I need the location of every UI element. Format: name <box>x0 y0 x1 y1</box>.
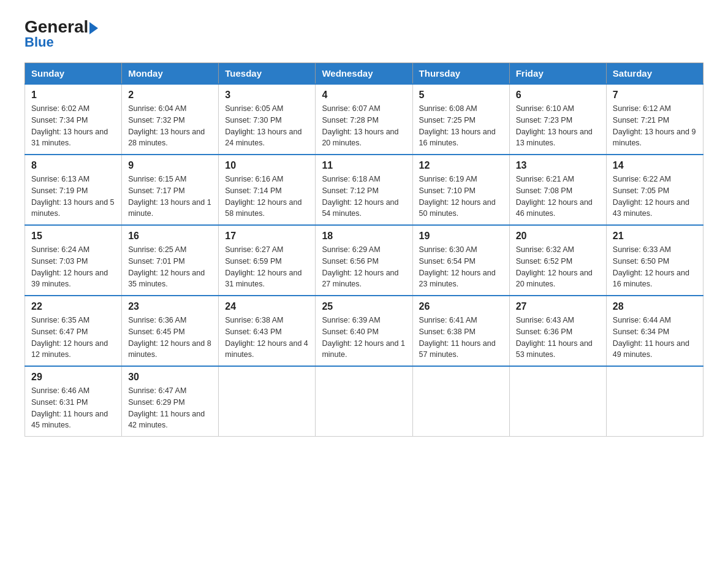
day-number: 10 <box>225 160 309 171</box>
week-row-4: 22Sunrise: 6:35 AMSunset: 6:47 PMDayligh… <box>25 296 703 366</box>
day-number: 3 <box>225 90 309 101</box>
day-cell: 29Sunrise: 6:46 AMSunset: 6:31 PMDayligh… <box>25 366 122 437</box>
day-cell <box>219 366 316 437</box>
day-cell: 26Sunrise: 6:41 AMSunset: 6:38 PMDayligh… <box>412 296 509 366</box>
day-info: Sunrise: 6:25 AMSunset: 7:01 PMDaylight:… <box>128 244 212 290</box>
day-number: 7 <box>613 90 697 101</box>
day-number: 4 <box>322 90 406 101</box>
day-cell: 9Sunrise: 6:15 AMSunset: 7:17 PMDaylight… <box>122 155 219 225</box>
day-info: Sunrise: 6:29 AMSunset: 6:56 PMDaylight:… <box>322 244 406 290</box>
day-info: Sunrise: 6:08 AMSunset: 7:25 PMDaylight:… <box>419 103 503 149</box>
day-cell: 19Sunrise: 6:30 AMSunset: 6:54 PMDayligh… <box>412 225 509 296</box>
day-info: Sunrise: 6:24 AMSunset: 7:03 PMDaylight:… <box>31 244 115 290</box>
day-number: 1 <box>31 90 115 101</box>
logo-area: General Blue <box>25 18 98 50</box>
day-info: Sunrise: 6:27 AMSunset: 6:59 PMDaylight:… <box>225 244 309 290</box>
day-number: 25 <box>322 301 406 312</box>
day-cell: 2Sunrise: 6:04 AMSunset: 7:32 PMDaylight… <box>122 84 219 155</box>
day-number: 23 <box>128 301 212 312</box>
day-info: Sunrise: 6:13 AMSunset: 7:19 PMDaylight:… <box>31 174 115 220</box>
week-row-1: 1Sunrise: 6:02 AMSunset: 7:34 PMDaylight… <box>25 84 703 155</box>
day-info: Sunrise: 6:30 AMSunset: 6:54 PMDaylight:… <box>419 244 503 290</box>
day-info: Sunrise: 6:32 AMSunset: 6:52 PMDaylight:… <box>516 244 600 290</box>
day-cell: 24Sunrise: 6:38 AMSunset: 6:43 PMDayligh… <box>219 296 316 366</box>
column-header-sunday: Sunday <box>25 63 122 85</box>
day-number: 30 <box>128 372 212 383</box>
day-cell <box>606 366 703 437</box>
day-number: 2 <box>128 90 212 101</box>
day-number: 17 <box>225 231 309 242</box>
logo-general: General <box>25 18 98 36</box>
column-header-wednesday: Wednesday <box>316 63 412 85</box>
day-info: Sunrise: 6:33 AMSunset: 6:50 PMDaylight:… <box>613 244 697 290</box>
day-info: Sunrise: 6:22 AMSunset: 7:05 PMDaylight:… <box>613 174 697 220</box>
week-row-5: 29Sunrise: 6:46 AMSunset: 6:31 PMDayligh… <box>25 366 703 437</box>
day-info: Sunrise: 6:04 AMSunset: 7:32 PMDaylight:… <box>128 103 212 149</box>
day-number: 6 <box>516 90 600 101</box>
day-info: Sunrise: 6:10 AMSunset: 7:23 PMDaylight:… <box>516 103 600 149</box>
column-header-monday: Monday <box>122 63 219 85</box>
day-number: 24 <box>225 301 309 312</box>
logo-arrow-icon <box>89 22 98 34</box>
day-cell: 6Sunrise: 6:10 AMSunset: 7:23 PMDaylight… <box>509 84 606 155</box>
day-number: 29 <box>31 372 115 383</box>
day-info: Sunrise: 6:44 AMSunset: 6:34 PMDaylight:… <box>613 315 697 361</box>
day-info: Sunrise: 6:36 AMSunset: 6:45 PMDaylight:… <box>128 315 212 361</box>
day-cell: 16Sunrise: 6:25 AMSunset: 7:01 PMDayligh… <box>122 225 219 296</box>
day-number: 26 <box>419 301 503 312</box>
day-cell: 17Sunrise: 6:27 AMSunset: 6:59 PMDayligh… <box>219 225 316 296</box>
day-cell: 4Sunrise: 6:07 AMSunset: 7:28 PMDaylight… <box>316 84 412 155</box>
day-info: Sunrise: 6:39 AMSunset: 6:40 PMDaylight:… <box>322 315 406 361</box>
day-cell: 10Sunrise: 6:16 AMSunset: 7:14 PMDayligh… <box>219 155 316 225</box>
day-info: Sunrise: 6:21 AMSunset: 7:08 PMDaylight:… <box>516 174 600 220</box>
day-cell: 15Sunrise: 6:24 AMSunset: 7:03 PMDayligh… <box>25 225 122 296</box>
day-number: 14 <box>613 160 697 171</box>
day-cell: 25Sunrise: 6:39 AMSunset: 6:40 PMDayligh… <box>316 296 412 366</box>
day-number: 20 <box>516 231 600 242</box>
day-cell: 21Sunrise: 6:33 AMSunset: 6:50 PMDayligh… <box>606 225 703 296</box>
day-number: 28 <box>613 301 697 312</box>
week-row-3: 15Sunrise: 6:24 AMSunset: 7:03 PMDayligh… <box>25 225 703 296</box>
day-cell: 28Sunrise: 6:44 AMSunset: 6:34 PMDayligh… <box>606 296 703 366</box>
day-info: Sunrise: 6:15 AMSunset: 7:17 PMDaylight:… <box>128 174 212 220</box>
logo-blue: Blue <box>25 34 54 50</box>
calendar-table: SundayMondayTuesdayWednesdayThursdayFrid… <box>25 63 703 437</box>
week-row-2: 8Sunrise: 6:13 AMSunset: 7:19 PMDaylight… <box>25 155 703 225</box>
day-cell: 20Sunrise: 6:32 AMSunset: 6:52 PMDayligh… <box>509 225 606 296</box>
column-header-saturday: Saturday <box>606 63 703 85</box>
calendar-header-row: SundayMondayTuesdayWednesdayThursdayFrid… <box>25 63 703 85</box>
day-cell: 12Sunrise: 6:19 AMSunset: 7:10 PMDayligh… <box>412 155 509 225</box>
day-cell <box>509 366 606 437</box>
day-number: 9 <box>128 160 212 171</box>
day-cell: 30Sunrise: 6:47 AMSunset: 6:29 PMDayligh… <box>122 366 219 437</box>
day-number: 18 <box>322 231 406 242</box>
day-number: 19 <box>419 231 503 242</box>
day-info: Sunrise: 6:47 AMSunset: 6:29 PMDaylight:… <box>128 385 212 431</box>
day-number: 13 <box>516 160 600 171</box>
day-number: 12 <box>419 160 503 171</box>
day-number: 15 <box>31 231 115 242</box>
day-info: Sunrise: 6:12 AMSunset: 7:21 PMDaylight:… <box>613 103 697 149</box>
day-cell: 1Sunrise: 6:02 AMSunset: 7:34 PMDaylight… <box>25 84 122 155</box>
day-info: Sunrise: 6:07 AMSunset: 7:28 PMDaylight:… <box>322 103 406 149</box>
day-cell: 27Sunrise: 6:43 AMSunset: 6:36 PMDayligh… <box>509 296 606 366</box>
column-header-tuesday: Tuesday <box>219 63 316 85</box>
day-cell <box>316 366 412 437</box>
day-cell: 7Sunrise: 6:12 AMSunset: 7:21 PMDaylight… <box>606 84 703 155</box>
day-number: 21 <box>613 231 697 242</box>
day-info: Sunrise: 6:43 AMSunset: 6:36 PMDaylight:… <box>516 315 600 361</box>
day-info: Sunrise: 6:35 AMSunset: 6:47 PMDaylight:… <box>31 315 115 361</box>
day-number: 5 <box>419 90 503 101</box>
day-number: 8 <box>31 160 115 171</box>
day-info: Sunrise: 6:46 AMSunset: 6:31 PMDaylight:… <box>31 385 115 431</box>
day-info: Sunrise: 6:19 AMSunset: 7:10 PMDaylight:… <box>419 174 503 220</box>
day-info: Sunrise: 6:16 AMSunset: 7:14 PMDaylight:… <box>225 174 309 220</box>
day-cell: 3Sunrise: 6:05 AMSunset: 7:30 PMDaylight… <box>219 84 316 155</box>
day-cell: 14Sunrise: 6:22 AMSunset: 7:05 PMDayligh… <box>606 155 703 225</box>
page-header: General Blue <box>25 18 703 50</box>
day-info: Sunrise: 6:02 AMSunset: 7:34 PMDaylight:… <box>31 103 115 149</box>
column-header-friday: Friday <box>509 63 606 85</box>
day-cell: 22Sunrise: 6:35 AMSunset: 6:47 PMDayligh… <box>25 296 122 366</box>
column-header-thursday: Thursday <box>412 63 509 85</box>
day-cell: 8Sunrise: 6:13 AMSunset: 7:19 PMDaylight… <box>25 155 122 225</box>
